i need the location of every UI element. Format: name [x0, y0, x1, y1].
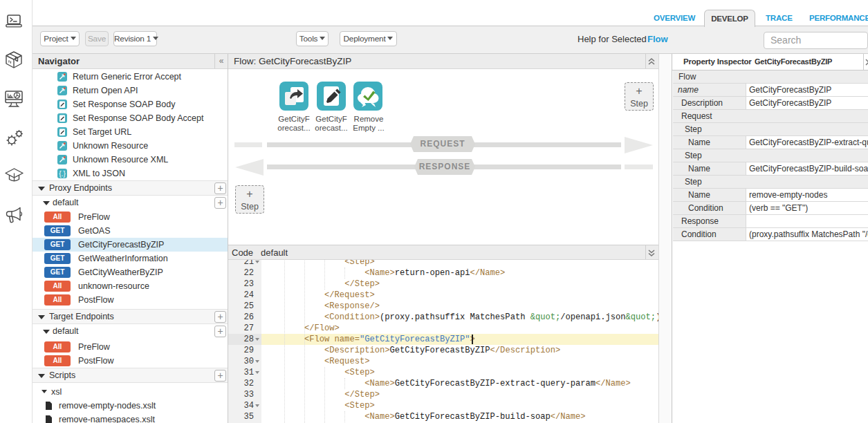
svg-text:{.}: {.} — [59, 170, 66, 178]
